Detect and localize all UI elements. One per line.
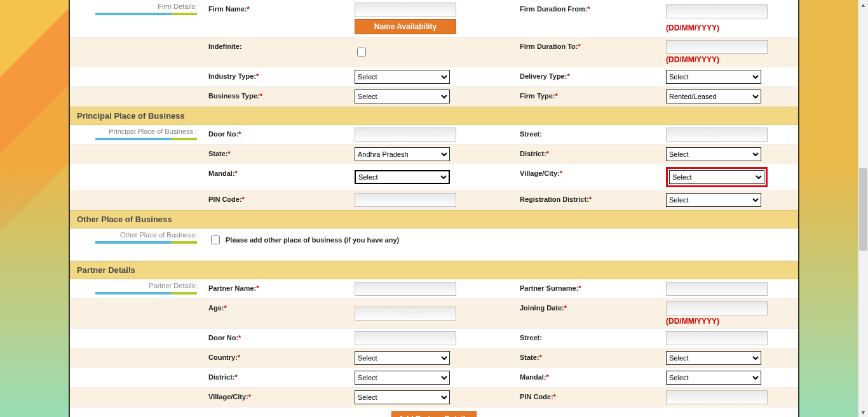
side-underline — [95, 292, 197, 295]
label-partner-district: District:* — [202, 368, 348, 387]
label-partner-name: Partner Name:* — [202, 279, 348, 298]
scroll-down-icon[interactable]: ▼ — [858, 407, 868, 417]
partner-door-input[interactable] — [355, 331, 456, 345]
side-underline — [95, 138, 197, 140]
label-door-no: Door No:* — [202, 125, 348, 144]
label-reg-district: Registration District:* — [513, 190, 660, 209]
partner-village-select[interactable]: Select — [355, 390, 450, 404]
label-firm-duration-from: Firm Duration From:* — [513, 0, 660, 37]
side-label-other-text: Other Place of Business: — [120, 231, 197, 239]
label-partner-pin: PIN Code:* — [513, 388, 660, 407]
principal-street-input[interactable] — [666, 128, 768, 142]
row-partner-village: Village/City:* Select PIN Code:* — [70, 388, 798, 407]
label-street: Street: — [513, 125, 660, 144]
scroll-up-icon[interactable]: ▲ — [858, 0, 868, 10]
partner-pin-input[interactable] — [666, 390, 768, 404]
label-partner-door: Door No:* — [202, 329, 348, 348]
other-place-checkbox[interactable] — [211, 235, 220, 244]
label-state: State:* — [202, 145, 348, 164]
label-partner-country: Country:* — [202, 348, 348, 367]
label-indefinite: Indefinite: — [202, 37, 348, 67]
label-firm-name: Firm Name:* — [202, 0, 348, 37]
row-industry-type: Industry Type:* Select Delivery Type:* S… — [70, 67, 798, 87]
indefinite-checkbox[interactable] — [357, 48, 366, 56]
row-partner-age: Age:* Joining Date:* (DD/MM/YYYY) — [70, 299, 798, 329]
village-highlight: Select — [666, 167, 768, 187]
other-place-checkbox-label[interactable]: Please add other place of business (if y… — [208, 234, 399, 246]
label-age: Age:* — [202, 299, 348, 328]
label-partner-mandal: Mandal:* — [513, 368, 660, 387]
row-partner-district: District:* Select Mandal:* Select — [70, 368, 798, 388]
section-principal-header: Principal Place of Business — [70, 107, 798, 125]
row-principal-state: State:* Andhra Pradesh District:* Select — [70, 145, 798, 164]
label-delivery-type: Delivery Type:* — [513, 67, 660, 86]
label-district: District:* — [513, 145, 660, 164]
firm-duration-to-input[interactable] — [666, 40, 768, 54]
partner-name-input[interactable] — [355, 282, 456, 296]
row-business-type: Business Type:* Select Firm Type:* Rente… — [70, 87, 798, 107]
side-label-principal: Principal Place of Business : — [70, 125, 202, 144]
form-page: Firm Details: Firm Name:* Name Availabil… — [69, 0, 799, 417]
label-partner-street: Street: — [513, 329, 660, 348]
firm-duration-from-input[interactable] — [666, 4, 768, 18]
date-hint-from: (DD/MM/YYYY) — [666, 23, 719, 32]
scrollbar[interactable]: ▲ ▼ — [858, 0, 868, 417]
principal-village-select[interactable]: Select — [669, 170, 764, 184]
row-partner-country: Country:* Select State:* Select — [70, 348, 798, 368]
side-label-other: Other Place of Business: — [70, 228, 202, 260]
partner-street-input[interactable] — [666, 331, 768, 345]
principal-mandal-select[interactable]: Select — [355, 170, 450, 184]
partner-joining-input[interactable] — [666, 301, 768, 315]
principal-state-select[interactable]: Andhra Pradesh — [355, 147, 450, 161]
principal-pin-input[interactable] — [355, 193, 456, 207]
scroll-thumb[interactable] — [859, 168, 867, 251]
firm-name-input[interactable] — [355, 3, 456, 17]
row-firm-name: Firm Details: Firm Name:* Name Availabil… — [70, 0, 798, 37]
side-label-partner: Partner Details: — [70, 279, 202, 298]
partner-mandal-select[interactable]: Select — [666, 371, 761, 385]
label-partner-surname: Partner Surname:* — [513, 279, 660, 298]
label-pin: PIN Code:* — [202, 190, 348, 209]
principal-regdist-select[interactable]: Select — [666, 193, 761, 207]
other-checkbox-text: Please add other place of business (if y… — [226, 236, 399, 244]
principal-district-select[interactable]: Select — [666, 147, 761, 161]
row-partner-door: Door No:* Street: — [70, 329, 798, 348]
label-mandal: Mandal:* — [202, 164, 348, 190]
row-principal-door: Principal Place of Business : Door No:* … — [70, 125, 798, 145]
row-partner-name: Partner Details: Partner Name:* Partner … — [70, 279, 798, 299]
side-label-text: Firm Details: — [158, 3, 197, 10]
partner-state-select[interactable]: Select — [666, 351, 761, 365]
side-underline — [95, 241, 197, 244]
row-indefinite: Indefinite: Firm Duration To:* (DD/MM/YY… — [70, 37, 798, 67]
name-availability-button[interactable]: Name Availability — [355, 19, 456, 34]
principal-door-input[interactable] — [355, 128, 456, 142]
partner-country-select[interactable]: Select — [355, 351, 450, 365]
side-underline — [95, 13, 197, 15]
label-firm-type: Firm Type:* — [513, 87, 660, 106]
row-other-place: Other Place of Business: Please add othe… — [70, 228, 798, 261]
row-principal-pin: PIN Code:* Registration District:* Selec… — [70, 190, 798, 210]
row-principal-mandal: Mandal:* Select Village/City:* Select — [70, 164, 798, 190]
label-village: Village/City:* — [513, 164, 660, 190]
section-partner-header: Partner Details — [70, 261, 798, 279]
side-label-firm: Firm Details: — [70, 0, 202, 37]
firm-type-select[interactable]: Rented/Leased — [666, 89, 761, 103]
delivery-type-select[interactable]: Select — [666, 70, 761, 84]
label-industry-type: Industry Type:* — [202, 67, 348, 86]
label-firm-duration-to: Firm Duration To:* — [513, 37, 660, 67]
label-partner-state: State:* — [513, 348, 660, 367]
label-joining-date: Joining Date:* — [513, 299, 660, 328]
label-business-type: Business Type:* — [202, 87, 348, 106]
add-partner-row: Add Partner Details — [70, 407, 798, 417]
side-label-partner-text: Partner Details: — [149, 282, 197, 289]
add-partner-button[interactable]: Add Partner Details — [391, 411, 476, 417]
business-type-select[interactable]: Select — [355, 89, 450, 103]
date-hint-to: (DD/MM/YYYY) — [666, 55, 719, 64]
label-partner-village: Village/City:* — [202, 388, 348, 407]
partner-district-select[interactable]: Select — [355, 371, 450, 385]
side-label-principal-text: Principal Place of Business : — [109, 128, 197, 135]
date-hint-joining: (DD/MM/YYYY) — [666, 317, 719, 326]
partner-age-input[interactable] — [355, 307, 456, 321]
industry-type-select[interactable]: Select — [355, 70, 450, 84]
partner-surname-input[interactable] — [666, 282, 768, 296]
